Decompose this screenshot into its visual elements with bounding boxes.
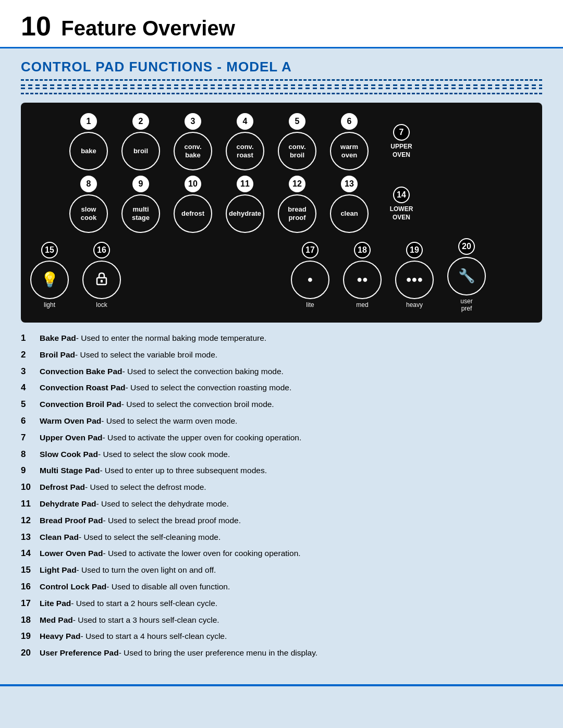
desc-num: 2 <box>21 349 40 361</box>
pad-button-defrost[interactable]: defrost <box>174 194 212 233</box>
pad-button-clean[interactable]: clean <box>330 194 369 233</box>
pad-button-conv-roast[interactable]: conv.roast <box>226 132 264 170</box>
desc-text: Defrost Pad- Used to select the defrost … <box>40 482 206 493</box>
desc-item: 10Defrost Pad- Used to select the defros… <box>21 481 542 493</box>
desc-description: - Used to select the defrost mode. <box>85 483 206 491</box>
desc-text: Med Pad- Used to start a 3 hours self-cl… <box>40 614 219 626</box>
desc-term: Convection Roast Pad <box>40 383 126 392</box>
desc-description: - Used to select the convection broil mo… <box>121 400 274 409</box>
desc-text: Convection Bake Pad- Used to select the … <box>40 366 284 377</box>
pad-button-warm-oven[interactable]: warmoven <box>330 132 369 170</box>
desc-text: User Preference Pad- Used to bring the u… <box>40 647 317 659</box>
pad-cell-6: 6 warmoven <box>326 113 373 170</box>
pad-button-heavy[interactable]: ●●● <box>395 261 434 299</box>
pad-cell-10: 10 defrost <box>169 176 216 233</box>
desc-item: 7Upper Oven Pad- Used to activate the up… <box>21 431 542 444</box>
light-bulb-icon: 💡 <box>41 271 59 289</box>
dotted-border <box>21 79 542 94</box>
desc-description: - Used to start a 4 hours self-clean cyc… <box>80 632 227 640</box>
num-badge-13: 13 <box>341 176 358 192</box>
desc-term: Lower Oven Pad <box>40 549 103 558</box>
pad-button-conv-bake[interactable]: conv.bake <box>174 132 212 170</box>
num-badge-15: 15 <box>41 242 58 258</box>
pad-cell-14: 14 LOWEROVEN <box>378 187 425 221</box>
desc-item: 20User Preference Pad- Used to bring the… <box>21 647 542 659</box>
pad-button-slow-cook[interactable]: slowcook <box>69 194 108 233</box>
desc-term: Defrost Pad <box>40 483 85 491</box>
pad-button-bread-proof[interactable]: breadproof <box>278 194 316 233</box>
pad-button-lock[interactable] <box>82 261 121 299</box>
num-badge-7: 7 <box>393 124 410 141</box>
num-badge-17: 17 <box>302 242 319 258</box>
num-badge-14: 14 <box>393 187 410 203</box>
num-badge-20: 20 <box>458 238 475 255</box>
desc-text: Upper Oven Pad- Used to activate the upp… <box>40 432 301 443</box>
desc-num: 10 <box>21 481 40 493</box>
pad-button-bake[interactable]: bake <box>69 132 108 170</box>
pad-button-multi-stage[interactable]: multistage <box>121 194 160 233</box>
desc-term: Upper Oven Pad <box>40 433 103 442</box>
desc-text: Slow Cook Pad- Used to select the slow c… <box>40 449 230 460</box>
pad-cell-17: 17 ● lite <box>287 242 334 309</box>
pad-button-broil[interactable]: broil <box>121 132 160 170</box>
desc-num: 5 <box>21 398 40 411</box>
pad-cell-4: 4 conv.roast <box>222 113 268 170</box>
num-badge-9: 9 <box>132 176 149 192</box>
desc-num: 18 <box>21 614 40 626</box>
pad-cell-2: 2 broil <box>117 113 164 170</box>
pad-button-dehydrate[interactable]: dehydrate <box>226 194 264 233</box>
num-badge-18: 18 <box>354 242 371 258</box>
num-badge-3: 3 <box>185 113 201 130</box>
pad-button-user-pref[interactable]: 🔧 <box>447 257 486 295</box>
desc-text: Broil Pad- Used to select the variable b… <box>40 349 217 361</box>
desc-num: 9 <box>21 464 40 477</box>
desc-term: Multi Stage Pad <box>40 466 100 475</box>
two-dot-icon: ●● <box>357 275 368 284</box>
pad-button-lite[interactable]: ● <box>291 261 329 299</box>
pad-button-conv-broil[interactable]: conv.broil <box>278 132 316 170</box>
desc-term: Convection Broil Pad <box>40 400 121 409</box>
pad-row-2: 8 slowcook 9 multistage 10 defrost 11 de… <box>26 176 527 233</box>
section-title: CONTROL PAD FUNCTIONS - MODEL A <box>21 59 542 75</box>
desc-term: Bread Proof Pad <box>40 516 103 525</box>
desc-num: 8 <box>21 448 40 461</box>
pad-cell-8: 8 slowcook <box>65 176 112 233</box>
three-dot-icon: ●●● <box>406 275 423 284</box>
num-badge-6: 6 <box>341 113 358 130</box>
desc-term: Broil Pad <box>40 350 75 359</box>
desc-term: Light Pad <box>40 565 77 574</box>
desc-item: 18Med Pad- Used to start a 3 hours self-… <box>21 614 542 626</box>
pad-button-med[interactable]: ●● <box>343 261 382 299</box>
desc-description: - Used to select the convection baking m… <box>123 367 284 376</box>
pad-button-light[interactable]: 💡 <box>30 261 69 299</box>
desc-term: Control Lock Pad <box>40 582 106 591</box>
pad-label-heavy: heavy <box>406 301 423 309</box>
pad-label-user-pref: userpref <box>460 298 472 312</box>
pad-cell-20: 20 🔧 userpref <box>443 238 490 312</box>
desc-text: Heavy Pad- Used to start a 4 hours self-… <box>40 631 227 642</box>
pad-label-med: med <box>356 301 368 309</box>
desc-item: 13Clean Pad- Used to select the self-cle… <box>21 531 542 544</box>
num-badge-1: 1 <box>80 113 97 130</box>
pad-label-lite: lite <box>306 301 314 309</box>
pad-cell-13: 13 clean <box>326 176 373 233</box>
pad-cell-5: 5 conv.broil <box>274 113 321 170</box>
pad-row-3: 15 💡 light 16 <box>26 238 527 312</box>
desc-text: Dehydrate Pad- Used to select the dehydr… <box>40 498 229 510</box>
lower-oven-label: LOWEROVEN <box>390 205 413 221</box>
desc-description: - Used to select the bread proof mode. <box>103 516 241 525</box>
desc-num: 19 <box>21 630 40 643</box>
desc-description: - Used to turn the oven light on and off… <box>77 565 216 574</box>
pad-cell-3: 3 conv.bake <box>169 113 216 170</box>
one-dot-icon: ● <box>308 275 313 284</box>
pad-cell-1: 1 bake <box>65 113 112 170</box>
bottom-line <box>0 684 563 686</box>
desc-item: 16Control Lock Pad- Used to disable all … <box>21 581 542 593</box>
desc-term: Convection Bake Pad <box>40 367 123 376</box>
desc-description: - Used to select the variable broil mode… <box>75 350 217 359</box>
desc-description: - Used to activate the lower oven for co… <box>103 549 300 558</box>
desc-text: Lower Oven Pad- Used to activate the low… <box>40 548 301 559</box>
desc-description: - Used to select the convection roasting… <box>126 383 292 392</box>
lock-icon <box>93 270 110 290</box>
page-title: Feature Overview <box>61 17 235 40</box>
